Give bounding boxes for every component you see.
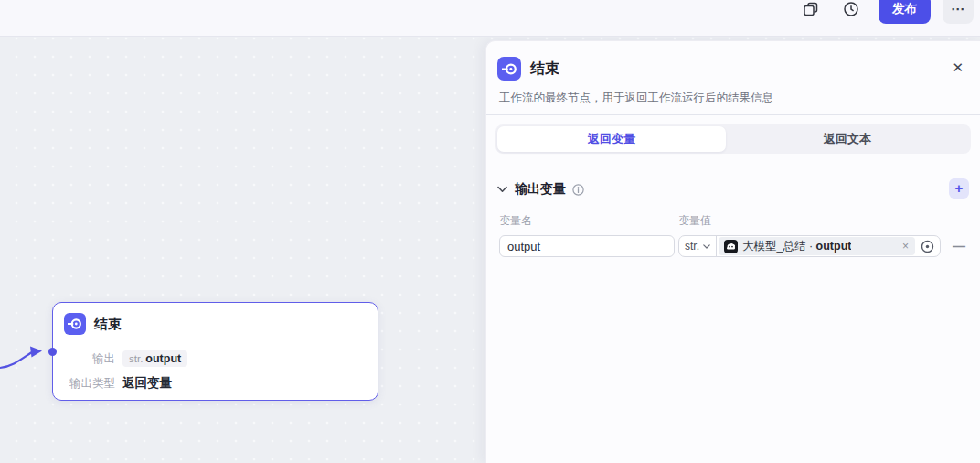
end-node[interactable]: 结束 输出 str. output 输出类型 返回变量 [52,302,378,401]
variable-type-dropdown[interactable]: str. [679,240,716,253]
node-output-type-value: 返回变量 [122,375,172,392]
tab-return-text[interactable]: 返回文本 [726,126,969,152]
publish-button[interactable]: 发布 [879,0,931,24]
node-output-type-label: 输出类型 [60,376,115,392]
node-output-pill: str. output [122,350,187,367]
output-variables-section-header: 输出变量 + [497,178,969,200]
node-input-port[interactable] [48,348,57,356]
delete-variable-button[interactable]: — [949,236,969,256]
history-icon[interactable] [843,1,859,17]
reference-field-name: output [816,240,852,253]
variable-value-control: str. 大模型_总结 · output × [678,235,941,257]
node-output-row: 输出 str. output [60,350,370,368]
end-node-header: 结束 [64,313,122,335]
variable-name-input[interactable] [499,235,675,257]
node-output-type: str. [129,353,143,364]
node-output-label: 输出 [60,351,115,367]
return-mode-tabs: 返回变量 返回文本 [495,124,971,154]
panel-header: 结束 ✕ 工作流的最终节点，用于返回工作流运行后的结果信息 [497,57,965,106]
variable-row: str. 大模型_总结 · output × — [499,235,969,257]
add-variable-button[interactable]: + [949,178,969,199]
reference-toggle-icon[interactable] [921,240,934,253]
tab-return-variables[interactable]: 返回变量 [497,126,726,152]
remove-reference-icon[interactable]: × [901,240,910,253]
chevron-down-icon[interactable] [497,186,507,193]
topbar: 发布 ⋯ [0,0,980,37]
value-box-divider [716,236,717,256]
panel-end-icon [497,57,521,81]
reference-node-name: 大模型_总结 · [742,240,816,253]
end-node-title: 结束 [94,316,122,333]
chevron-down-small-icon [703,244,710,249]
info-icon[interactable] [572,184,584,196]
column-variable-value: 变量值 [678,213,711,229]
panel-divider [486,114,980,115]
output-variables-title: 输出变量 [515,181,566,198]
incoming-edge [0,342,48,373]
reference-tag[interactable]: 大模型_总结 · output × [719,237,915,255]
variable-type-label: str. [685,240,699,253]
panel-title: 结束 [530,59,559,79]
reference-label: 大模型_总结 · output [742,239,851,254]
column-variable-name: 变量名 [499,213,532,229]
windows-layout-icon[interactable] [803,1,819,17]
more-menu-button[interactable]: ⋯ [943,0,974,24]
llm-model-icon [724,240,738,253]
node-output-value: output [145,352,181,365]
end-node-icon [64,313,86,335]
close-icon[interactable]: ✕ [952,60,964,74]
panel-description: 工作流的最终节点，用于返回工作流运行后的结果信息 [499,91,965,106]
node-config-panel: 结束 ✕ 工作流的最终节点，用于返回工作流运行后的结果信息 返回变量 返回文本 … [485,40,980,463]
node-output-type-row: 输出类型 返回变量 [60,374,370,393]
